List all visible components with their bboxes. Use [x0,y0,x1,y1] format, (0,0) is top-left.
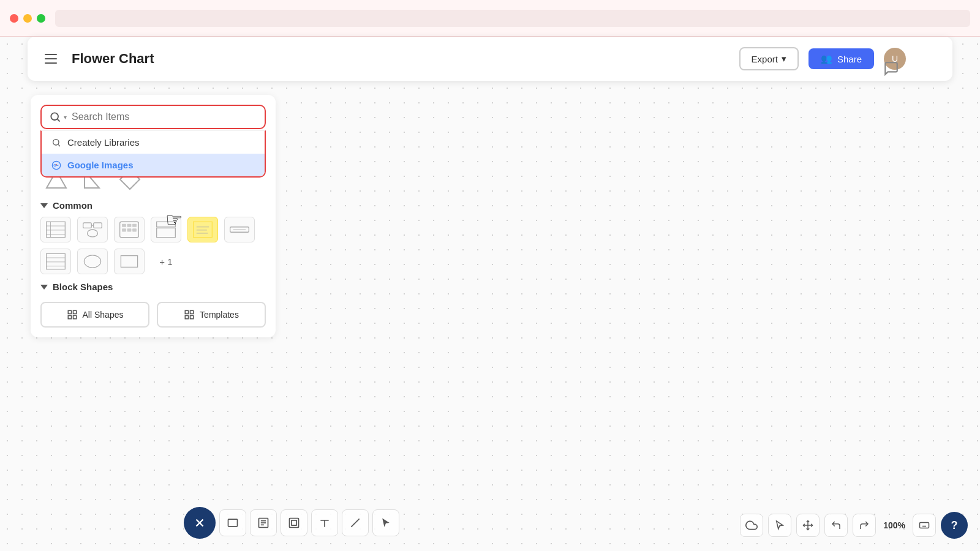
keyboard-shortcuts-button[interactable] [913,514,936,537]
export-label: Export [752,54,778,64]
text-tool-button[interactable] [311,509,338,536]
close-tool-button[interactable] [184,507,216,539]
document-title: Flower Chart [72,51,729,67]
common-shape-list[interactable] [40,217,71,242]
note-icon [257,517,270,529]
frame-tool-button[interactable] [281,509,307,536]
share-label: Share [837,54,862,64]
svg-rect-19 [122,224,126,227]
templates-icon [184,309,195,320]
share-icon: 👥 [821,53,832,64]
close-icon [193,516,206,530]
more-count[interactable]: + 1 [151,249,181,274]
svg-rect-33 [47,253,66,269]
search-box: ▾ [49,111,257,123]
svg-line-3 [58,144,60,146]
svg-rect-40 [73,310,76,313]
comment-button[interactable] [879,56,903,81]
block-shapes-label: Block Shapes [53,282,113,292]
common-shape-table[interactable] [40,249,71,274]
common-shape-grid[interactable] [114,217,145,242]
common-shape-ellipse[interactable] [77,249,108,274]
main-header: Flower Chart Export ▾ 👥 Share U [28,37,952,81]
url-bar [55,10,970,27]
svg-rect-20 [127,224,132,227]
dropdown-item-google[interactable]: G Google Images [42,154,265,176]
zoom-label: 100% [881,520,908,530]
search-dropdown: Creately Libraries G Google Images [40,130,266,178]
traffic-light-yellow[interactable] [23,14,32,23]
templates-button[interactable]: Templates [157,302,266,328]
svg-line-58 [351,519,359,527]
svg-rect-38 [121,256,137,268]
svg-rect-49 [228,519,238,527]
block-shapes-section-header[interactable]: Block Shapes [40,282,266,292]
svg-rect-22 [122,228,126,231]
menu-button[interactable] [40,48,62,70]
creately-search-icon [51,138,61,148]
text-icon [318,517,331,529]
rectangle-tool-button[interactable] [219,509,246,536]
common-shape-rect[interactable] [114,249,145,274]
google-icon: G [51,160,61,170]
google-images-label: Google Images [67,160,134,170]
traffic-lights [10,14,45,23]
note-tool-button[interactable] [250,509,277,536]
creately-libraries-label: Creately Libraries [67,137,140,148]
svg-rect-61 [920,523,929,528]
traffic-light-red[interactable] [10,14,18,23]
svg-rect-27 [194,222,213,238]
search-icon-wrap: ▾ [49,111,67,123]
svg-point-17 [88,230,98,237]
svg-rect-26 [157,228,176,237]
common-shape-flow[interactable] [77,217,108,242]
undo-icon [831,520,842,531]
all-shapes-icon [67,309,78,320]
select-tool-button[interactable] [768,514,791,537]
move-icon [802,520,813,531]
svg-rect-24 [132,228,137,231]
svg-rect-25 [157,222,176,227]
pointer-tool-button[interactable] [372,509,399,536]
all-shapes-label: All Shapes [83,310,124,320]
svg-rect-43 [185,310,188,313]
svg-rect-14 [83,223,92,228]
svg-rect-42 [73,316,76,319]
traffic-light-green[interactable] [37,14,45,23]
dropdown-item-creately[interactable]: Creately Libraries [42,131,265,154]
svg-rect-23 [127,228,132,231]
bottom-buttons: All Shapes Templates [40,302,266,328]
line-tool-button[interactable] [342,509,369,536]
search-input[interactable] [72,111,257,122]
left-panel: ▾ Creately Libraries G Google Images [31,95,276,337]
common-shapes-grid: + 1 [40,217,266,274]
undo-button[interactable] [824,514,848,537]
help-button[interactable]: ? [941,512,968,539]
menu-line-3 [45,62,57,64]
help-label: ? [951,519,958,532]
common-shape-divider[interactable] [224,217,255,242]
title-bar [0,0,980,37]
redo-icon [859,520,870,531]
select-icon [774,520,785,531]
move-tool-button[interactable] [796,514,820,537]
svg-rect-9 [47,222,66,238]
common-shape-sticky[interactable] [187,217,218,242]
svg-point-2 [53,139,59,144]
comment-icon [883,61,899,77]
search-container: ▾ Creately Libraries G Google Images [40,105,266,129]
svg-rect-21 [132,224,137,227]
svg-point-0 [51,113,58,120]
all-shapes-button[interactable]: All Shapes [40,302,149,328]
common-shape-box[interactable] [151,217,181,242]
share-button[interactable]: 👥 Share [809,48,874,69]
common-section-label: Common [53,200,92,211]
svg-rect-44 [190,310,194,313]
pointer-icon [380,517,392,529]
redo-button[interactable] [853,514,876,537]
search-dropdown-arrow[interactable]: ▾ [64,114,67,121]
svg-rect-15 [94,223,102,228]
common-section-header[interactable]: Common [40,200,266,211]
cloud-save-button[interactable] [740,514,763,537]
export-button[interactable]: Export ▾ [739,47,799,70]
